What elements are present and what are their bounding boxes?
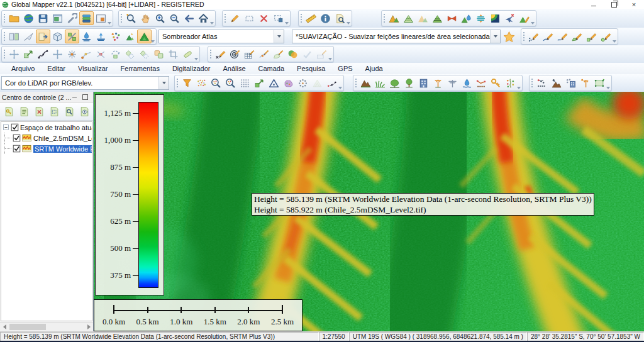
lidar-extract-button[interactable] [252, 76, 267, 90]
view-3d-path-button[interactable] [21, 30, 36, 43]
zoom-in-button[interactable] [153, 11, 167, 25]
zoom-box-button[interactable] [124, 11, 138, 25]
close-layer-button[interactable] [32, 105, 46, 119]
layer-checkbox[interactable] [13, 145, 21, 153]
measure-button[interactable] [304, 11, 318, 25]
copy-features-button[interactable] [152, 47, 166, 61]
menu-digitalizador[interactable]: Digitalizador [166, 63, 217, 74]
combo-dropdown-icon[interactable] [274, 30, 284, 43]
combo-dropdown-icon[interactable] [490, 30, 500, 43]
smooth-feature-button[interactable] [180, 47, 195, 61]
open-online-data-button[interactable] [21, 11, 36, 25]
extract-grass-button[interactable] [373, 76, 387, 90]
edit-area-button[interactable] [271, 47, 286, 61]
view-3d-button[interactable] [36, 30, 50, 43]
building-point-button[interactable] [564, 76, 578, 90]
offset-copy-button[interactable] [123, 47, 137, 61]
digitizer-button[interactable] [228, 11, 242, 25]
multi-select-button[interactable] [271, 11, 286, 25]
shear-copy-button[interactable] [137, 47, 152, 61]
lidar-cluster-button[interactable] [296, 76, 310, 90]
move-vertex-button[interactable] [7, 47, 21, 61]
configuration-button[interactable] [65, 11, 79, 25]
sign-feature-button[interactable] [314, 47, 329, 61]
zoom-out-button[interactable] [167, 11, 182, 25]
menu-ferramentas[interactable]: Ferramentas [114, 63, 166, 74]
control-center-titlebar[interactable]: Centro de controle (2 ... × [0, 92, 93, 103]
flatten-terrain-button[interactable] [474, 11, 488, 25]
close-button[interactable]: × [624, 0, 644, 9]
scroll-left-icon[interactable] [1, 324, 8, 330]
extract-ground-button[interactable] [358, 76, 373, 90]
scroll-right-icon[interactable] [86, 324, 92, 330]
menu-pesquisa[interactable]: Pesquisa [291, 63, 331, 74]
terrain-point-button[interactable] [549, 76, 564, 90]
combo-dropdown-icon[interactable] [158, 77, 169, 89]
shader-combo[interactable]: Sombreador Atlas [158, 30, 284, 43]
draw-rectangle-button[interactable] [584, 30, 599, 43]
maximize-button[interactable] [604, 0, 624, 9]
water-rise-button[interactable] [79, 30, 94, 43]
open-layer-options-button[interactable] [2, 105, 16, 119]
model-3d-button[interactable] [50, 30, 65, 43]
control-center-button[interactable] [79, 11, 94, 25]
delete-feature-button[interactable] [257, 11, 271, 25]
menu-ajuda[interactable]: Ajuda [359, 63, 389, 74]
menu-analise[interactable]: Análise [216, 63, 252, 74]
lidar-qc-button[interactable] [267, 76, 281, 90]
slope-shader-button[interactable] [65, 30, 79, 43]
split-view-button[interactable] [7, 30, 21, 43]
panel-horizontal-scrollbar[interactable] [0, 322, 93, 331]
minimize-button[interactable] [584, 0, 604, 9]
map-layout-button[interactable] [50, 11, 65, 25]
extract-pole-button[interactable] [431, 76, 445, 90]
terrain-paint-button[interactable] [517, 11, 531, 25]
apply-edits-button[interactable] [300, 47, 314, 61]
move-feature-button[interactable] [50, 47, 65, 61]
atlas-shader-button[interactable] [137, 30, 152, 43]
tree-collapse-icon[interactable] [3, 124, 9, 131]
layer-tree-row[interactable]: SRTM Worldwide Ele [1, 143, 92, 154]
rotate-feature-button[interactable] [65, 47, 79, 61]
full-extent-button[interactable] [196, 11, 211, 25]
menu-gps[interactable]: GPS [331, 63, 358, 74]
zoom-to-layer-button[interactable] [62, 105, 76, 119]
select-extract-area-button[interactable] [592, 76, 607, 90]
layer-visibility-button[interactable] [77, 105, 91, 119]
layer-checkbox[interactable] [13, 134, 21, 142]
zoom-previous-button[interactable] [182, 11, 196, 25]
menu-editar[interactable]: Editar [41, 63, 72, 74]
raster-blend-button[interactable] [416, 11, 430, 25]
track-points-button[interactable] [535, 76, 549, 90]
panel-minimize-button[interactable] [71, 94, 78, 101]
draw-area-button[interactable] [570, 30, 584, 43]
contour-generation-button[interactable] [401, 11, 416, 25]
menu-arquivo[interactable]: Arquivo [5, 63, 41, 74]
extract-key-button[interactable] [489, 76, 503, 90]
extract-shrub-button[interactable] [387, 76, 402, 90]
layer-label[interactable]: Chile_2.5mDSM_Lev [33, 135, 92, 142]
lidar-segment-button[interactable] [281, 76, 296, 90]
edit-attributes-button[interactable] [213, 47, 228, 61]
create-feature-button[interactable] [242, 11, 257, 25]
lidar-mesh-button[interactable] [310, 76, 325, 90]
draw-line-button[interactable] [541, 30, 555, 43]
lidar-zoom-class-button[interactable] [209, 76, 223, 90]
lidar-zoom-returns-button[interactable] [223, 76, 238, 90]
snap-target-button[interactable] [228, 47, 242, 61]
extract-tree-button[interactable] [402, 76, 416, 90]
watershed-button[interactable] [459, 11, 474, 25]
crop-features-button[interactable] [166, 47, 180, 61]
menu-visualizar[interactable]: Visualizar [72, 63, 114, 74]
search-attributes-button[interactable] [333, 11, 347, 25]
split-line-button[interactable] [94, 47, 108, 61]
favorites-star-icon[interactable] [501, 30, 517, 43]
lidar-trajectory-button[interactable] [325, 76, 339, 90]
lidar-draw-mode-combo[interactable]: Cor do LiDAR por RGB/elev. [1, 76, 169, 90]
combine-features-button[interactable] [286, 47, 300, 61]
trace-line-button[interactable] [36, 47, 50, 61]
edit-selected-button[interactable] [21, 47, 36, 61]
overview-map-button[interactable] [94, 11, 108, 25]
layer-tree-row[interactable]: Chile_2.5mDSM_Lev [1, 133, 92, 143]
feature-tags-button[interactable] [108, 30, 123, 43]
